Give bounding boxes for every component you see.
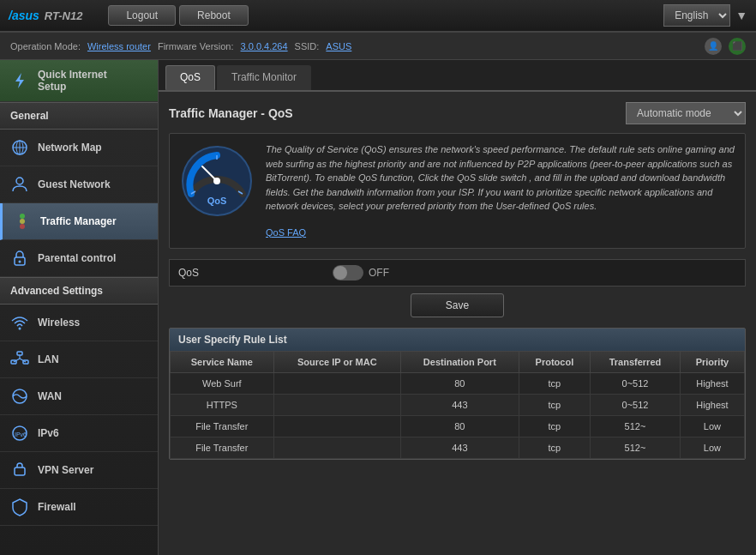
svg-point-8	[20, 224, 25, 229]
cell-service: Web Surf	[171, 373, 274, 395]
logout-button[interactable]: Logout	[108, 5, 176, 26]
network-status-icon: ⬛	[729, 38, 746, 55]
qos-toggle-switch[interactable]	[333, 265, 363, 281]
firmware-label: Firmware Version:	[158, 41, 234, 51]
tab-qos[interactable]: QoS	[165, 65, 215, 90]
tab-traffic-monitor[interactable]: Traffic Monitor	[217, 65, 311, 90]
sidebar-item-firewall-label: Firewall	[38, 501, 76, 513]
cell-source	[273, 395, 400, 416]
cell-dest-port: 80	[400, 373, 519, 395]
ssid-value[interactable]: ASUS	[326, 41, 351, 51]
sidebar-item-vpn-server-label: VPN Server	[38, 464, 93, 476]
language-select[interactable]: English	[663, 4, 730, 27]
section-header: Traffic Manager - QoS Automatic mode Man…	[169, 102, 746, 124]
quick-setup-label2: Setup	[38, 81, 107, 93]
operation-mode-label: Operation Mode:	[10, 41, 81, 51]
svg-rect-12	[17, 352, 22, 355]
map-icon	[10, 138, 29, 157]
table-row: HTTPS 443 tcp 0~512 Highest	[171, 395, 745, 416]
chevron-down-icon: ▼	[735, 9, 747, 22]
cell-source	[273, 373, 400, 395]
svg-point-7	[20, 219, 25, 224]
asus-text: /asus	[9, 9, 39, 22]
sidebar-item-vpn-server[interactable]: VPN Server	[0, 452, 158, 489]
cell-transferred: 0~512	[591, 395, 681, 416]
toggle-knob	[333, 266, 347, 280]
svg-text:IPv6: IPv6	[15, 431, 27, 437]
sidebar-item-guest-network-label: Guest Network	[38, 178, 111, 190]
sidebar-item-network-map-label: Network Map	[38, 142, 102, 154]
general-section-title: General	[0, 102, 158, 130]
sidebar: Quick Internet Setup General Network Map…	[0, 60, 159, 555]
sidebar-item-wireless[interactable]: Wireless	[0, 305, 158, 341]
header: /asus RT-N12 Logout Reboot English ▼	[0, 0, 756, 33]
wan-icon	[10, 387, 29, 406]
table-section-title: User Specify Rule List	[170, 329, 745, 351]
header-right: English ▼	[663, 4, 747, 27]
cell-transferred: 512~	[591, 416, 681, 437]
qos-faq-link[interactable]: QoS FAQ	[266, 227, 306, 238]
col-service-name: Service Name	[171, 352, 274, 373]
cell-protocol: tcp	[519, 437, 590, 459]
qos-logo: QoS	[178, 142, 255, 220]
svg-marker-0	[15, 73, 24, 88]
sidebar-item-traffic-manager[interactable]: Traffic Manager	[0, 203, 158, 240]
sidebar-item-lan[interactable]: LAN	[0, 341, 158, 378]
mode-select[interactable]: Automatic mode Manual mode Disable	[626, 102, 746, 124]
svg-text:QoS: QoS	[207, 196, 227, 206]
lan-icon	[10, 350, 29, 369]
sidebar-item-traffic-manager-label: Traffic Manager	[40, 215, 117, 227]
traffic-icon	[13, 212, 32, 231]
header-buttons: Logout Reboot	[108, 5, 248, 26]
svg-point-6	[20, 214, 25, 219]
table-row: File Transfer 80 tcp 512~ Low	[171, 416, 745, 437]
cell-dest-port: 443	[400, 395, 519, 416]
cell-service: HTTPS	[171, 395, 274, 416]
toggle-state-label: OFF	[369, 267, 389, 279]
info-text: The Quality of Service (QoS) ensures the…	[266, 142, 736, 214]
cell-source	[273, 437, 400, 459]
svg-point-10	[19, 261, 21, 263]
reboot-button[interactable]: Reboot	[179, 5, 249, 26]
guest-icon	[10, 175, 29, 194]
svg-rect-21	[15, 468, 25, 475]
svg-point-5	[16, 178, 23, 184]
info-box: QoS The Quality of Service (QoS) ensures…	[169, 133, 746, 249]
cell-transferred: 0~512	[591, 373, 681, 395]
firmware-value[interactable]: 3.0.0.4.264	[241, 41, 288, 51]
main-layout: Quick Internet Setup General Network Map…	[0, 60, 756, 555]
rule-table-body: Web Surf 80 tcp 0~512 Highest HTTPS 443 …	[171, 373, 745, 459]
cell-protocol: tcp	[519, 395, 590, 416]
sidebar-item-quick-setup[interactable]: Quick Internet Setup	[0, 60, 158, 102]
user-icon: 👤	[705, 38, 722, 55]
vpn-icon	[10, 461, 29, 480]
cell-transferred: 512~	[591, 437, 681, 459]
sidebar-item-parental-control-label: Parental control	[38, 252, 116, 264]
sidebar-item-wan[interactable]: WAN	[0, 378, 158, 415]
cell-dest-port: 80	[400, 416, 519, 437]
col-priority: Priority	[680, 352, 744, 373]
table-header-row: Service Name Source IP or MAC Destinatio…	[171, 352, 745, 373]
quick-setup-label: Quick Internet	[38, 69, 107, 81]
sidebar-item-parental-control[interactable]: Parental control	[0, 240, 158, 277]
cell-protocol: tcp	[519, 416, 590, 437]
sidebar-item-network-map[interactable]: Network Map	[0, 130, 158, 166]
sidebar-item-guest-network[interactable]: Guest Network	[0, 166, 158, 203]
toggle-container: OFF	[333, 265, 389, 281]
save-button[interactable]: Save	[411, 293, 504, 317]
content-area: QoS Traffic Monitor Traffic Manager - Qo…	[159, 60, 756, 555]
cell-service: File Transfer	[171, 437, 274, 459]
table-row: Web Surf 80 tcp 0~512 Highest	[171, 373, 745, 395]
operation-mode-value[interactable]: Wireless router	[87, 41, 151, 51]
ipv6-icon: IPv6	[10, 424, 29, 443]
cell-priority: Low	[680, 416, 744, 437]
sidebar-item-wireless-label: Wireless	[38, 317, 80, 329]
col-protocol: Protocol	[519, 352, 590, 373]
cell-service: File Transfer	[171, 416, 274, 437]
cell-dest-port: 443	[400, 437, 519, 459]
sidebar-item-firewall[interactable]: Firewall	[0, 489, 158, 526]
qos-toggle-row: QoS OFF	[169, 259, 746, 287]
rule-table: Service Name Source IP or MAC Destinatio…	[170, 351, 745, 459]
svg-point-24	[213, 178, 220, 184]
sidebar-item-ipv6[interactable]: IPv6 IPv6	[0, 415, 158, 452]
